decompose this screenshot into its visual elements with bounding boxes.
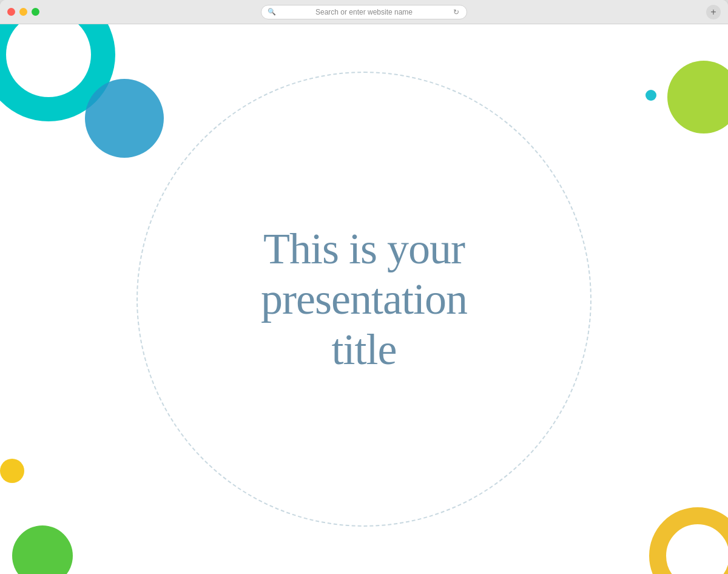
address-bar-text: Search or enter website name (280, 8, 448, 16)
green-circle-bottom-left (12, 525, 73, 574)
teal-small-circle-right (645, 90, 656, 101)
search-icon: 🔍 (268, 8, 276, 16)
title-line2: presentation (261, 275, 467, 323)
slide-content: This is your presentation title (0, 24, 728, 574)
browser-titlebar: 🔍 Search or enter website name ↻ + (0, 0, 728, 24)
close-button[interactable] (7, 8, 15, 16)
new-tab-button[interactable]: + (706, 5, 721, 19)
presentation-title: This is your presentation title (152, 224, 576, 374)
green-lime-circle-top-right (667, 61, 728, 133)
reload-icon[interactable]: ↻ (452, 8, 460, 16)
title-line3: title (332, 325, 397, 373)
minimize-button[interactable] (19, 8, 27, 16)
window-buttons (7, 8, 39, 16)
yellow-ring-bottom-right (649, 507, 728, 574)
blue-medium-circle (85, 79, 164, 158)
browser-window: 🔍 Search or enter website name ↻ + This … (0, 0, 728, 574)
yellow-circle-left (0, 459, 24, 483)
address-bar[interactable]: 🔍 Search or enter website name ↻ (261, 5, 467, 19)
title-line1: This is your (263, 225, 465, 273)
maximize-button[interactable] (32, 8, 39, 16)
